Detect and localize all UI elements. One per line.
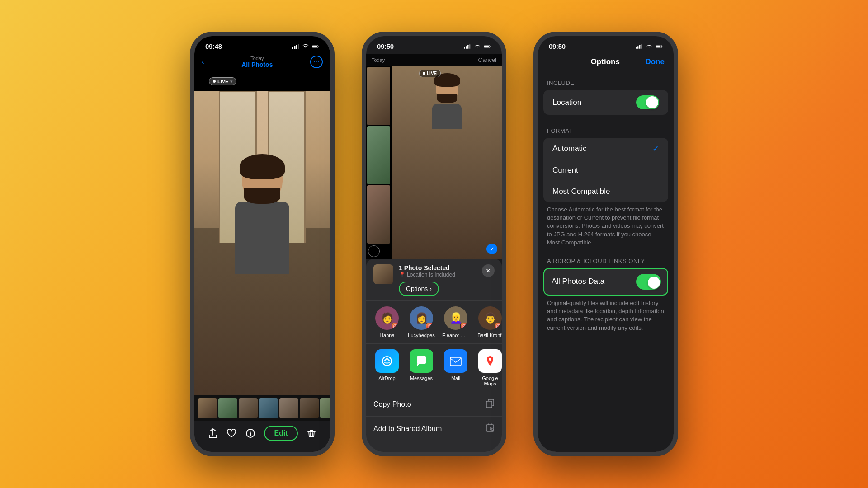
header-content: 1 Photo Selected 📍 Location Is Included … bbox=[373, 264, 495, 296]
back-button[interactable]: ‹ bbox=[202, 57, 204, 66]
contact-lucyhedges[interactable]: 👩 Lucyhedges bbox=[408, 306, 435, 338]
signal-icon2 bbox=[464, 44, 471, 49]
contact-name-lucyhedges: Lucyhedges bbox=[408, 333, 434, 338]
filmstrip-thumb-4[interactable] bbox=[259, 398, 278, 418]
instagram-badge-eleanor bbox=[460, 323, 467, 330]
avatar-liahna: 🧑 bbox=[375, 306, 399, 330]
app-name-airdrop: AirDrop bbox=[378, 375, 395, 381]
svg-rect-2 bbox=[296, 45, 297, 49]
app-maps[interactable]: Google Maps bbox=[476, 349, 502, 386]
contact-name-eleanor: Eleanor Walker-Todd bbox=[442, 333, 469, 338]
info-button[interactable] bbox=[245, 428, 255, 438]
options-pill[interactable]: Options › bbox=[399, 282, 439, 296]
all-photos-row: All Photos Data bbox=[543, 268, 668, 296]
location-toggle[interactable] bbox=[636, 95, 659, 109]
contact-liahna[interactable]: 🧑 Liahna bbox=[373, 306, 401, 338]
cancel-text[interactable]: Cancel bbox=[478, 56, 496, 63]
edit-button[interactable]: Edit bbox=[264, 426, 297, 441]
done-button[interactable]: Done bbox=[646, 57, 665, 66]
share-sheet-header: 1 Photo Selected 📍 Location Is Included … bbox=[366, 259, 502, 301]
options-pill-container[interactable]: Options › bbox=[399, 282, 476, 296]
svg-rect-1 bbox=[294, 46, 296, 49]
live-badge-container: LIVE ▾ bbox=[194, 72, 330, 91]
main-share-photo: ✓ LIVE bbox=[392, 66, 502, 259]
selected-title: 1 Photo Selected bbox=[399, 264, 476, 272]
instagram-badge-basil bbox=[495, 323, 502, 330]
phone1-status-icons bbox=[292, 44, 319, 49]
svg-point-23 bbox=[498, 326, 500, 328]
phone1-status-bar: 09:48 bbox=[194, 36, 330, 54]
delete-button[interactable] bbox=[307, 428, 316, 438]
circle-selector[interactable] bbox=[368, 245, 380, 257]
strip-thumb-2 bbox=[367, 126, 390, 184]
format-most-compatible[interactable]: Most Compatible bbox=[543, 181, 668, 202]
app-messages[interactable]: Messages bbox=[408, 349, 435, 386]
copy-photo-label: Copy Photo bbox=[373, 400, 411, 408]
format-automatic[interactable]: Automatic ✓ bbox=[543, 138, 668, 160]
contact-eleanor[interactable]: 👱‍♀️ Eleanor Walker-Todd bbox=[442, 306, 469, 338]
app-airdrop[interactable]: AirDrop bbox=[373, 349, 401, 386]
phone1-nav: ‹ Today All Photos ··· bbox=[194, 54, 330, 72]
options-nav: Options Done bbox=[538, 54, 674, 70]
share-button[interactable] bbox=[208, 428, 218, 438]
filmstrip-thumb-1[interactable] bbox=[198, 398, 217, 418]
live-badge-photo: LIVE bbox=[419, 70, 441, 77]
photos-nav-actions: Cancel bbox=[478, 56, 496, 63]
more-button[interactable]: ··· bbox=[310, 56, 323, 68]
filmstrip[interactable] bbox=[194, 395, 330, 421]
svg-rect-9 bbox=[467, 45, 468, 48]
close-button[interactable]: ✕ bbox=[482, 264, 495, 277]
format-options: Automatic ✓ Current Most Compatible bbox=[543, 138, 668, 202]
signal-icon bbox=[292, 44, 299, 49]
filmstrip-thumb-3[interactable] bbox=[239, 398, 258, 418]
live-dot bbox=[213, 80, 216, 83]
person-figure bbox=[222, 152, 303, 287]
live-badge: LIVE ▾ bbox=[209, 77, 236, 85]
filmstrip-thumb-5[interactable] bbox=[279, 398, 298, 418]
instagram-badge-lucyhedges bbox=[426, 323, 433, 330]
right-eye bbox=[269, 175, 274, 179]
svg-rect-35 bbox=[636, 47, 637, 48]
photos-strip-left bbox=[366, 66, 391, 259]
options-title: Options bbox=[591, 57, 620, 66]
phone-2: 09:50 bbox=[362, 32, 506, 456]
avatar-basil: 👨 bbox=[478, 306, 502, 330]
app-mail[interactable]: Mail bbox=[442, 349, 469, 386]
airdrop-section-header: AIRDROP & ICLOUD LINKS ONLY bbox=[538, 254, 674, 268]
svg-rect-22 bbox=[497, 325, 500, 328]
contact-basil[interactable]: 👨 Basil Kronfi bbox=[476, 306, 502, 338]
all-photos-description: Original-quality files will include edit… bbox=[538, 296, 674, 339]
svg-rect-16 bbox=[428, 325, 432, 328]
copy-photo-row[interactable]: Copy Photo bbox=[366, 392, 502, 417]
nav-subtitle-today: Today bbox=[241, 56, 273, 61]
include-section-header: INCLUDE bbox=[538, 70, 674, 90]
svg-rect-36 bbox=[637, 46, 638, 49]
location-row: Location bbox=[543, 90, 668, 115]
filmstrip-thumb-6[interactable] bbox=[300, 398, 319, 418]
phone-3: 09:50 bbox=[533, 32, 678, 456]
svg-point-30 bbox=[489, 358, 491, 361]
all-photos-label: All Photos Data bbox=[552, 277, 604, 286]
filmstrip-thumb-2[interactable] bbox=[218, 398, 237, 418]
phone1-time: 09:48 bbox=[205, 42, 222, 50]
phone-1: 09:48 bbox=[190, 32, 335, 456]
svg-rect-38 bbox=[641, 44, 642, 49]
strip-thumb-1 bbox=[367, 67, 390, 125]
contact-name-basil: Basil Kronfi bbox=[477, 333, 502, 338]
add-album-row[interactable]: Add to Shared Album bbox=[366, 417, 502, 441]
phone2-status-icons bbox=[464, 44, 491, 49]
phone3-time: 09:50 bbox=[549, 42, 566, 50]
share-head bbox=[436, 75, 458, 101]
heart-button[interactable] bbox=[226, 428, 236, 438]
all-photos-toggle[interactable] bbox=[637, 275, 660, 289]
format-current-label: Current bbox=[552, 166, 578, 175]
copy-photo-icon bbox=[486, 399, 495, 410]
svg-rect-37 bbox=[639, 45, 640, 48]
location-toggle-thumb bbox=[646, 96, 658, 108]
location-included: 📍 Location Is Included bbox=[399, 272, 476, 278]
filmstrip-thumb-7[interactable] bbox=[320, 398, 330, 418]
svg-rect-19 bbox=[462, 325, 466, 328]
instagram-badge-liahna bbox=[392, 323, 399, 330]
svg-point-20 bbox=[463, 326, 465, 328]
format-current[interactable]: Current bbox=[543, 160, 668, 181]
